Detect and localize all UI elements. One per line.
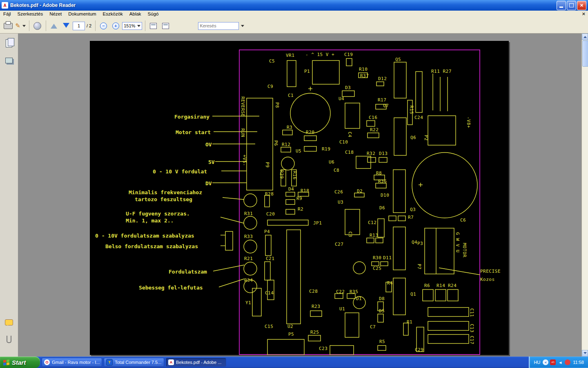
close-button[interactable]: ✕	[577, 1, 586, 10]
menu-item-0[interactable]: Fájl	[0, 11, 14, 18]
search-input[interactable]	[198, 22, 239, 30]
tool-button[interactable]	[31, 20, 43, 32]
pcb-label: C24	[414, 115, 423, 120]
pcb-label: C9	[267, 84, 273, 89]
pcb-label: R3	[287, 125, 292, 130]
pages-panel-button[interactable]	[3, 38, 15, 49]
zoom-level-value: 151%	[124, 23, 135, 28]
page-number-input[interactable]	[73, 22, 85, 30]
menu-item-5[interactable]: Ablak	[126, 11, 145, 18]
language-indicator[interactable]: HU	[534, 360, 540, 365]
pcb-label: C12	[368, 220, 376, 225]
pcb-label: C16	[369, 115, 377, 120]
pcb-label: P8	[274, 102, 280, 108]
vertical-scrollbar[interactable]	[581, 34, 588, 357]
start-button[interactable]: Start	[0, 357, 40, 368]
pcb-label: Q6	[410, 135, 416, 140]
next-page-button[interactable]	[60, 20, 72, 32]
start-label: Start	[12, 359, 26, 366]
fit-page-icon	[162, 23, 169, 29]
printer-icon	[4, 23, 13, 29]
menu-item-2[interactable]: Nézet	[46, 11, 65, 18]
pcb-label: C23	[319, 346, 327, 351]
pcb-label: C25	[373, 266, 381, 271]
attachments-panel-button[interactable]	[3, 334, 15, 345]
pcb-label: D10	[381, 193, 389, 198]
pcb-label: VR1	[286, 53, 294, 58]
pcb-label: R21	[244, 256, 253, 261]
sign-button[interactable]: ✎	[15, 20, 26, 32]
print-button[interactable]	[2, 20, 14, 32]
pcb-label: MOTOR	[462, 243, 467, 258]
pcb-label: C5	[269, 58, 275, 64]
pcb-label: R31	[244, 211, 253, 216]
fit-page-button[interactable]	[160, 20, 171, 32]
pcb-label: P6	[273, 140, 278, 146]
pcb-label: R22	[370, 127, 379, 132]
pcb-label: U2	[287, 324, 293, 329]
pen-icon: ✎	[15, 22, 20, 29]
scroll-down-button[interactable]	[582, 350, 588, 357]
menu-item-6[interactable]: Súgó	[145, 11, 162, 18]
pcb-label: C22	[336, 289, 345, 294]
pcb-label: Q4	[412, 240, 417, 245]
pcb-label: D13	[379, 151, 388, 156]
comments-panel-button[interactable]	[3, 316, 15, 328]
fit-width-button[interactable]	[147, 20, 159, 32]
messenger-icon[interactable]	[565, 359, 570, 365]
hide-icons-icon[interactable]: <	[543, 359, 548, 365]
chevron-down-icon	[137, 25, 140, 29]
ati-icon[interactable]: ATI	[550, 359, 556, 365]
scroll-up-button[interactable]	[582, 34, 588, 40]
pcb-label: D8	[379, 296, 385, 301]
pcb-label: D11	[383, 255, 392, 260]
taskbar-button-label: Total Commander 7.5...	[115, 360, 161, 365]
taskbar-button-2[interactable]: ABekotes.pdf - Adobe ...	[166, 358, 226, 367]
pcb-label: R8	[376, 171, 382, 176]
arrow-down-icon	[63, 23, 69, 31]
layers-panel-button[interactable]	[3, 55, 15, 66]
taskbar-button-label: Gmail - Rava motor - I...	[52, 360, 100, 365]
taskbar-button-1[interactable]: TTotal Commander 7.5...	[104, 358, 164, 367]
comment-icon	[5, 319, 13, 325]
title-bar: A Bekotes.pdf - Adobe Reader ✕	[0, 0, 588, 11]
scrollbar-thumb[interactable]	[582, 40, 588, 67]
document-canvas[interactable]: ForgasiranyMotor startOV5V0 - 10 V fordu…	[18, 34, 581, 357]
pcb-label: R32	[367, 151, 375, 156]
volume-icon[interactable]: ◄	[557, 359, 563, 365]
pcb-label: C7	[370, 324, 376, 330]
pcb-label: U6	[329, 159, 334, 165]
window-title: Bekotes.pdf - Adobe Reader	[10, 2, 76, 8]
pcb-label: G W V U	[455, 232, 460, 253]
pcb-label: C11	[469, 308, 474, 317]
zoom-in-icon: +	[112, 22, 119, 29]
pcb-label: R37	[360, 73, 369, 79]
pcb-label: JP1	[313, 220, 322, 226]
taskbar-button-0[interactable]: OGmail - Rava motor - I...	[42, 358, 102, 367]
pcb-label: R6	[424, 283, 430, 288]
menu-item-3[interactable]: Dokumentum	[65, 11, 99, 18]
previous-page-button[interactable]	[48, 20, 60, 32]
pcb-label: R12	[282, 142, 290, 147]
pcb-label: C15	[265, 324, 273, 329]
pcb-label: R35	[350, 289, 358, 294]
pcb-label: R20	[306, 130, 314, 135]
zoom-in-button[interactable]: +	[110, 20, 121, 32]
pcb-label: C20	[266, 211, 275, 217]
pcb-label: P9	[265, 162, 270, 168]
pcb-label: R29	[279, 170, 284, 179]
minimize-button[interactable]	[557, 1, 566, 10]
menu-item-4[interactable]: Eszközök	[100, 11, 126, 18]
pcb-label: R19	[322, 146, 330, 152]
close-document-icon[interactable]: ✕	[582, 11, 586, 17]
pcb-label: R33	[244, 234, 253, 239]
pcb-label: D4	[288, 186, 294, 192]
restore-button[interactable]	[567, 1, 576, 10]
search-dropdown-icon[interactable]	[241, 25, 244, 29]
zoom-out-button[interactable]: −	[98, 20, 109, 32]
pcb-label: P4	[264, 229, 270, 234]
menu-item-1[interactable]: Szerkesztés	[14, 11, 47, 18]
pcb-label: R25	[310, 330, 319, 335]
zoom-level-select[interactable]: 151%	[122, 22, 142, 30]
pdf-page: ForgasiranyMotor startOV5V0 - 10 V fordu…	[90, 41, 509, 355]
